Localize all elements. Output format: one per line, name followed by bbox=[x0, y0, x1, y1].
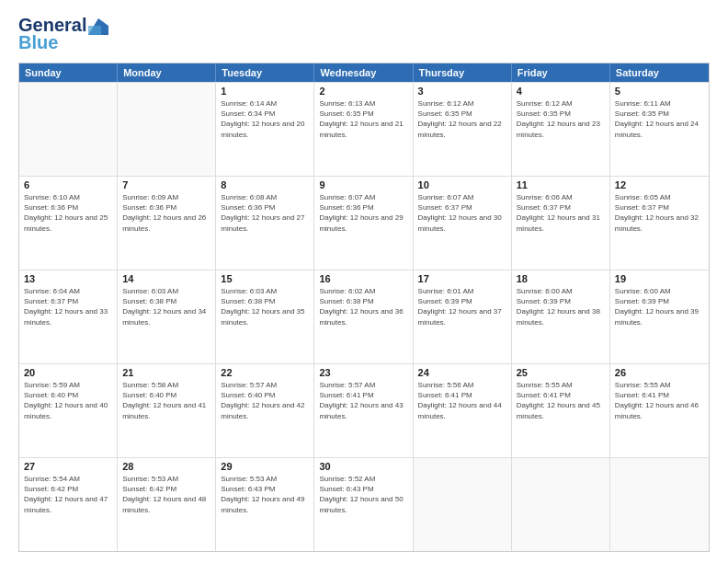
cell-info: Sunrise: 6:06 AMSunset: 6:37 PMDaylight:… bbox=[517, 192, 605, 234]
day-number: 16 bbox=[319, 273, 407, 284]
day-number: 23 bbox=[319, 367, 407, 378]
calendar-cell: 22Sunrise: 5:57 AMSunset: 6:40 PMDayligh… bbox=[216, 364, 314, 457]
calendar-cell: 15Sunrise: 6:03 AMSunset: 6:38 PMDayligh… bbox=[216, 270, 314, 363]
calendar-cell bbox=[414, 458, 512, 551]
cell-info: Sunrise: 6:04 AMSunset: 6:37 PMDaylight:… bbox=[24, 286, 112, 327]
calendar-cell: 3Sunrise: 6:12 AMSunset: 6:35 PMDaylight… bbox=[414, 83, 512, 176]
cell-info: Sunrise: 6:13 AMSunset: 6:35 PMDaylight:… bbox=[319, 98, 407, 140]
day-number: 1 bbox=[221, 86, 309, 97]
day-number: 29 bbox=[221, 461, 309, 472]
calendar-cell: 23Sunrise: 5:57 AMSunset: 6:41 PMDayligh… bbox=[314, 364, 413, 457]
cell-info: Sunrise: 5:52 AMSunset: 6:43 PMDaylight:… bbox=[319, 474, 407, 515]
calendar-cell: 8Sunrise: 6:08 AMSunset: 6:36 PMDaylight… bbox=[216, 177, 314, 270]
calendar-cell: 19Sunrise: 6:00 AMSunset: 6:39 PMDayligh… bbox=[610, 270, 709, 363]
day-number: 10 bbox=[418, 179, 506, 190]
cell-info: Sunrise: 5:55 AMSunset: 6:41 PMDaylight:… bbox=[615, 380, 704, 421]
day-number: 25 bbox=[517, 367, 605, 378]
day-number: 8 bbox=[221, 179, 309, 190]
calendar-cell: 13Sunrise: 6:04 AMSunset: 6:37 PMDayligh… bbox=[19, 270, 118, 363]
cell-info: Sunrise: 6:03 AMSunset: 6:38 PMDaylight:… bbox=[221, 286, 309, 327]
day-number: 7 bbox=[122, 179, 210, 190]
day-number: 5 bbox=[615, 86, 704, 97]
calendar-cell: 30Sunrise: 5:52 AMSunset: 6:43 PMDayligh… bbox=[314, 458, 413, 551]
day-number: 14 bbox=[122, 273, 210, 284]
cell-info: Sunrise: 5:53 AMSunset: 6:42 PMDaylight:… bbox=[122, 474, 210, 515]
cell-info: Sunrise: 5:58 AMSunset: 6:40 PMDaylight:… bbox=[122, 380, 210, 421]
calendar-cell bbox=[19, 83, 118, 176]
calendar-cell: 10Sunrise: 6:07 AMSunset: 6:37 PMDayligh… bbox=[414, 177, 512, 270]
day-number: 2 bbox=[319, 86, 407, 97]
calendar-week: 1Sunrise: 6:14 AMSunset: 6:34 PMDaylight… bbox=[19, 82, 709, 176]
calendar-cell: 29Sunrise: 5:53 AMSunset: 6:43 PMDayligh… bbox=[216, 458, 314, 551]
cell-info: Sunrise: 6:10 AMSunset: 6:36 PMDaylight:… bbox=[24, 192, 112, 234]
cell-info: Sunrise: 6:03 AMSunset: 6:38 PMDaylight:… bbox=[122, 286, 210, 327]
calendar-week: 27Sunrise: 5:54 AMSunset: 6:42 PMDayligh… bbox=[19, 457, 709, 551]
cell-info: Sunrise: 5:57 AMSunset: 6:41 PMDaylight:… bbox=[319, 380, 407, 421]
day-number: 6 bbox=[24, 179, 112, 190]
cell-info: Sunrise: 6:01 AMSunset: 6:39 PMDaylight:… bbox=[418, 286, 506, 327]
calendar-cell: 27Sunrise: 5:54 AMSunset: 6:42 PMDayligh… bbox=[19, 458, 118, 551]
calendar-header-cell: Sunday bbox=[19, 63, 118, 82]
calendar-header-cell: Thursday bbox=[414, 63, 512, 82]
calendar-cell: 17Sunrise: 6:01 AMSunset: 6:39 PMDayligh… bbox=[414, 270, 512, 363]
day-number: 28 bbox=[122, 461, 210, 472]
logo: General Blue bbox=[18, 15, 108, 53]
cell-info: Sunrise: 5:56 AMSunset: 6:41 PMDaylight:… bbox=[418, 380, 506, 421]
day-number: 27 bbox=[24, 461, 112, 472]
calendar-cell: 6Sunrise: 6:10 AMSunset: 6:36 PMDaylight… bbox=[19, 177, 118, 270]
calendar-week: 13Sunrise: 6:04 AMSunset: 6:37 PMDayligh… bbox=[19, 270, 709, 363]
cell-info: Sunrise: 6:12 AMSunset: 6:35 PMDaylight:… bbox=[418, 98, 506, 140]
cell-info: Sunrise: 6:07 AMSunset: 6:36 PMDaylight:… bbox=[319, 192, 407, 234]
calendar-header-cell: Tuesday bbox=[216, 63, 314, 82]
calendar-cell: 1Sunrise: 6:14 AMSunset: 6:34 PMDaylight… bbox=[216, 83, 314, 176]
day-number: 13 bbox=[24, 273, 112, 284]
day-number: 11 bbox=[517, 179, 605, 190]
header: General Blue bbox=[18, 15, 710, 53]
day-number: 3 bbox=[418, 86, 506, 97]
day-number: 22 bbox=[221, 367, 309, 378]
day-number: 18 bbox=[517, 273, 605, 284]
calendar-cell: 12Sunrise: 6:05 AMSunset: 6:37 PMDayligh… bbox=[610, 177, 709, 270]
cell-info: Sunrise: 6:14 AMSunset: 6:34 PMDaylight:… bbox=[221, 98, 309, 140]
calendar-header-cell: Saturday bbox=[610, 63, 709, 82]
cell-info: Sunrise: 6:02 AMSunset: 6:38 PMDaylight:… bbox=[319, 286, 407, 327]
day-number: 30 bbox=[319, 461, 407, 472]
calendar-week: 6Sunrise: 6:10 AMSunset: 6:36 PMDaylight… bbox=[19, 176, 709, 270]
calendar-cell: 4Sunrise: 6:12 AMSunset: 6:35 PMDaylight… bbox=[512, 83, 610, 176]
calendar-cell: 26Sunrise: 5:55 AMSunset: 6:41 PMDayligh… bbox=[610, 364, 709, 457]
cell-info: Sunrise: 5:55 AMSunset: 6:41 PMDaylight:… bbox=[517, 380, 605, 421]
cell-info: Sunrise: 5:57 AMSunset: 6:40 PMDaylight:… bbox=[221, 380, 309, 421]
calendar-cell: 11Sunrise: 6:06 AMSunset: 6:37 PMDayligh… bbox=[512, 177, 610, 270]
cell-info: Sunrise: 5:59 AMSunset: 6:40 PMDaylight:… bbox=[24, 380, 112, 421]
day-number: 4 bbox=[517, 86, 605, 97]
day-number: 21 bbox=[122, 367, 210, 378]
day-number: 12 bbox=[615, 179, 704, 190]
day-number: 17 bbox=[418, 273, 506, 284]
calendar-cell bbox=[610, 458, 709, 551]
calendar-header-cell: Friday bbox=[512, 63, 610, 82]
calendar-body: 1Sunrise: 6:14 AMSunset: 6:34 PMDaylight… bbox=[19, 82, 709, 551]
page: General Blue SundayMondayTuesdayWednesda… bbox=[0, 0, 728, 563]
calendar-cell bbox=[512, 458, 610, 551]
cell-info: Sunrise: 6:00 AMSunset: 6:39 PMDaylight:… bbox=[517, 286, 605, 327]
calendar-cell bbox=[118, 83, 216, 176]
cell-info: Sunrise: 6:08 AMSunset: 6:36 PMDaylight:… bbox=[221, 192, 309, 234]
calendar-header-cell: Wednesday bbox=[314, 63, 413, 82]
calendar-cell: 16Sunrise: 6:02 AMSunset: 6:38 PMDayligh… bbox=[314, 270, 413, 363]
day-number: 26 bbox=[615, 367, 704, 378]
calendar-cell: 14Sunrise: 6:03 AMSunset: 6:38 PMDayligh… bbox=[118, 270, 216, 363]
calendar-cell: 20Sunrise: 5:59 AMSunset: 6:40 PMDayligh… bbox=[19, 364, 118, 457]
calendar-cell: 18Sunrise: 6:00 AMSunset: 6:39 PMDayligh… bbox=[512, 270, 610, 363]
cell-info: Sunrise: 6:12 AMSunset: 6:35 PMDaylight:… bbox=[517, 98, 605, 140]
cell-info: Sunrise: 6:05 AMSunset: 6:37 PMDaylight:… bbox=[615, 192, 704, 234]
calendar-header: SundayMondayTuesdayWednesdayThursdayFrid… bbox=[19, 63, 709, 82]
cell-info: Sunrise: 6:00 AMSunset: 6:39 PMDaylight:… bbox=[615, 286, 704, 327]
cell-info: Sunrise: 6:09 AMSunset: 6:36 PMDaylight:… bbox=[122, 192, 210, 234]
calendar: SundayMondayTuesdayWednesdayThursdayFrid… bbox=[18, 63, 710, 552]
calendar-cell: 9Sunrise: 6:07 AMSunset: 6:36 PMDaylight… bbox=[314, 177, 413, 270]
cell-info: Sunrise: 6:11 AMSunset: 6:35 PMDaylight:… bbox=[615, 98, 704, 140]
calendar-cell: 21Sunrise: 5:58 AMSunset: 6:40 PMDayligh… bbox=[118, 364, 216, 457]
calendar-cell: 25Sunrise: 5:55 AMSunset: 6:41 PMDayligh… bbox=[512, 364, 610, 457]
calendar-header-cell: Monday bbox=[118, 63, 216, 82]
calendar-cell: 7Sunrise: 6:09 AMSunset: 6:36 PMDaylight… bbox=[118, 177, 216, 270]
